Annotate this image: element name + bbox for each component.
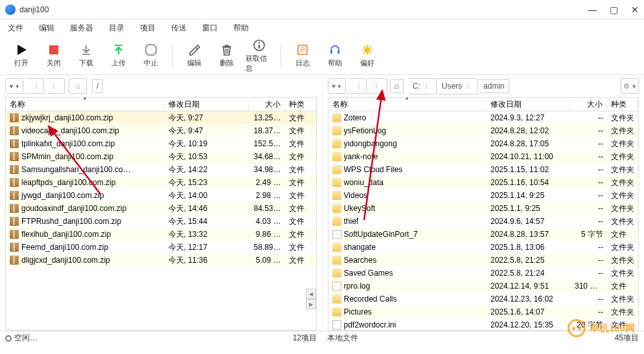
prefs-button[interactable]: 偏好 (354, 38, 381, 74)
table-row[interactable]: thief 2024.9.6, 14:57 -- 文件夹 (328, 215, 639, 228)
table-row[interactable]: rpro.log 2024.12.14, 9:51 310 千… 文件 (328, 280, 639, 293)
prefs-icon (360, 43, 374, 57)
zip-icon (10, 204, 19, 213)
queue-icon[interactable] (5, 335, 12, 342)
forward-button[interactable]: 〉 (47, 78, 65, 94)
table-row[interactable]: videocapx_danji100.com.zip 今天, 9:47 18.3… (6, 124, 316, 137)
col-type-header[interactable]: 种类 (285, 97, 316, 112)
file-list[interactable]: zkjywjkrj_danji100.com.zip 今天, 9:27 13.2… (5, 111, 317, 331)
col-name-header[interactable]: 名称▾ (328, 97, 487, 112)
file-date: 2024.8.28, 13:57 (487, 228, 571, 241)
help-button[interactable]: 帮助 (321, 38, 349, 74)
table-row[interactable]: SoftUpdateGinPort_7 2024.8.28, 13:57 5 字… (328, 228, 639, 241)
file-icon (332, 282, 341, 291)
table-row[interactable]: Pictures 2025.1.6, 14:07 -- 文件夹 (328, 305, 639, 318)
table-row[interactable]: Recorded Calls 2024.12.23, 16:02 -- 文件夹 (328, 293, 639, 305)
info-button[interactable]: 获取信息 (246, 38, 273, 74)
minimize-button[interactable]: — (588, 5, 597, 15)
col-type-header[interactable]: 种类 (607, 97, 638, 112)
open-button[interactable]: 打开 (8, 38, 35, 74)
table-row[interactable]: Saved Games 2022.5.8, 21:24 -- 文件夹 (328, 267, 639, 280)
menu-item-3[interactable]: 目录 (109, 23, 124, 34)
col-name-header[interactable]: 名称▾ (6, 97, 165, 112)
info-label: 获取信息 (246, 54, 273, 73)
table-row[interactable]: woniu_data 2025.1.16, 10:54 -- 文件夹 (328, 176, 639, 189)
abort-button[interactable]: 中止 (137, 38, 165, 74)
table-row[interactable]: Samsungallshan_danji100.co… 今天, 14:22 34… (6, 163, 316, 176)
breadcrumb-segment[interactable]: Users〉 (438, 78, 478, 94)
download-button[interactable]: 下载 (73, 38, 100, 74)
table-row[interactable]: Feemd_danji100.com.zip 今天, 12:17 58.89… … (6, 241, 316, 254)
close-label: 关闭 (47, 58, 61, 68)
table-row[interactable]: leapftpds_danji100.com.zip 今天, 15:23 2.4… (6, 176, 316, 189)
file-name: goudoaxindf_danji100.com.zip (21, 204, 126, 213)
file-size: -- (571, 189, 607, 202)
menu-item-0[interactable]: 文件 (8, 23, 23, 34)
breadcrumb-segment[interactable]: C:〉 (409, 78, 437, 94)
file-size: 34.98… (249, 163, 285, 176)
file-list[interactable]: Zotero 2024.9.3, 12:27 -- 文件夹 ysFetionLo… (328, 111, 639, 331)
edit-button[interactable]: 编辑 (181, 38, 208, 74)
table-row[interactable]: Videos 2025.1.14, 9:25 -- 文件夹 (328, 189, 639, 202)
table-row[interactable]: shangate 2025.1.8, 13:06 -- 文件夹 (328, 241, 639, 254)
home-button[interactable]: ⌂ (69, 78, 87, 94)
table-row[interactable]: SPMmin_danji100.com.zip 今天, 10:53 34.68…… (6, 150, 316, 163)
table-row[interactable]: WPS Cloud Files 2025.1.15, 11:02 -- 文件夹 (328, 163, 639, 176)
menu-item-2[interactable]: 服务器 (70, 23, 93, 34)
table-row[interactable]: yank-note 2024.10.21, 11:00 -- 文件夹 (328, 150, 639, 163)
table-row[interactable]: goudoaxindf_danji100.com.zip 今天, 14:46 8… (6, 202, 316, 215)
file-name: Saved Games (344, 269, 393, 278)
file-size: 5.09 … (249, 254, 285, 267)
menu-item-5[interactable]: 传送 (171, 23, 187, 34)
col-date-header[interactable]: 修改日期 (165, 97, 249, 112)
table-row[interactable]: jywgd_danji100.com.zip 今天, 14:00 2.98 … … (6, 189, 316, 202)
help-label: 帮助 (328, 58, 342, 68)
breadcrumb-segment[interactable]: / (92, 79, 103, 93)
table-row[interactable]: ysFetionLog 2024.8.28, 12:02 -- 文件夹 (328, 124, 639, 137)
upload-label: 上传 (111, 58, 126, 68)
back-button[interactable]: 〈 (26, 78, 44, 94)
svg-rect-14 (330, 50, 332, 54)
table-row[interactable]: UkeySoft 2025.1.1, 9:25 -- 文件夹 (328, 202, 639, 215)
scroll-right-button[interactable]: ▶ (306, 299, 316, 309)
file-type: 文件 (285, 253, 316, 268)
delete-button[interactable]: 删除 (213, 38, 240, 74)
table-row[interactable]: zkjywjkrj_danji100.com.zip 今天, 9:27 13.2… (6, 111, 316, 124)
col-size-header[interactable]: 大小 (571, 97, 607, 112)
svg-marker-3 (146, 45, 156, 55)
close-button[interactable]: ✕ (631, 5, 639, 15)
menu-bar: 文件编辑服务器目录项目传送窗口帮助 (0, 19, 644, 36)
col-date-header[interactable]: 修改日期 (487, 97, 571, 112)
scroll-left-button[interactable]: ◀ (306, 289, 316, 299)
table-row[interactable]: Zotero 2024.9.3, 12:27 -- 文件夹 (328, 111, 639, 124)
table-row[interactable]: dligjcxd_danji100.com.zip 今天, 11:36 5.09… (6, 254, 316, 267)
fav-button[interactable]: ♥ ▾ (5, 78, 23, 94)
status-left-text: 空闲… (14, 333, 38, 344)
menu-item-1[interactable]: 编辑 (39, 23, 54, 34)
back-button[interactable]: 〈 (349, 78, 367, 94)
table-row[interactable]: Searches 2022.5.8, 21:25 -- 文件夹 (328, 254, 639, 267)
menu-item-7[interactable]: 帮助 (233, 23, 249, 34)
home-crumb[interactable]: ⌂ (390, 79, 404, 93)
maximize-button[interactable]: ▢ (610, 5, 618, 15)
file-icon (332, 320, 341, 329)
table-row[interactable]: tplinkafxt_danji100.com.zip 今天, 10:19 15… (6, 137, 316, 150)
folder-icon (332, 217, 341, 226)
forward-button[interactable]: 〉 (369, 78, 387, 94)
col-size-header[interactable]: 大小 (249, 97, 285, 112)
menu-item-4[interactable]: 项目 (140, 23, 155, 34)
log-button[interactable]: 日志 (289, 38, 316, 74)
close-button[interactable]: 关闭 (40, 38, 67, 74)
table-row[interactable]: yidongbangong 2024.8.28, 17:05 -- 文件夹 (328, 137, 639, 150)
file-size: 2.49 … (249, 176, 285, 189)
table-row[interactable]: flexihub_danji100.com.zip 今天, 13:32 9.86… (6, 228, 316, 241)
breadcrumb-segment[interactable]: admin (479, 79, 509, 93)
menu-item-6[interactable]: 窗口 (202, 23, 218, 34)
fav-button[interactable]: ♥ ▾ (328, 78, 346, 94)
file-size: -- (571, 202, 607, 215)
file-name: yidongbangong (344, 139, 397, 148)
upload-button[interactable]: 上传 (105, 38, 132, 74)
table-row[interactable]: FTPRushd_danji100.com.zip 今天, 15:44 4.03… (6, 215, 316, 228)
settings-button[interactable]: ⚙ ▾ (621, 78, 639, 94)
log-icon (295, 43, 310, 57)
